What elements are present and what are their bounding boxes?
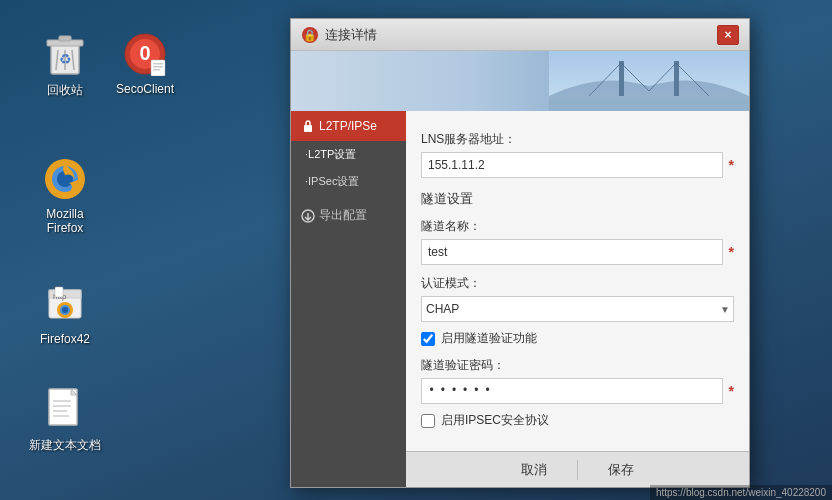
mozilla-firefox-label: Mozilla Firefox	[46, 207, 83, 235]
sidebar: L2TP/IPSe ·L2TP设置 ·IPSec设置 导出配置	[291, 111, 406, 487]
sidebar-item-l2tp[interactable]: ·L2TP设置	[291, 141, 406, 168]
svg-rect-39	[304, 125, 312, 132]
dialog-title-bar: 🔒 连接详情 ×	[291, 19, 749, 51]
dialog-body: L2TP/IPSe ·L2TP设置 ·IPSec设置 导出配置 LNS服务器地址…	[291, 111, 749, 487]
tunnel-password-label: 隧道验证密码：	[421, 357, 734, 374]
enable-ipsec-row: 启用IPSEC安全协议	[421, 412, 734, 429]
sidebar-export[interactable]: 导出配置	[291, 199, 406, 232]
tunnel-name-label: 隧道名称：	[421, 218, 734, 235]
svg-rect-38	[549, 99, 749, 111]
seco-client-icon: 0	[121, 30, 169, 78]
tunnel-password-input[interactable]	[421, 378, 723, 404]
recycle-bin-icon: ♻	[41, 30, 89, 78]
svg-rect-23	[55, 287, 63, 297]
dialog-header-banner	[291, 51, 749, 111]
close-button[interactable]: ×	[717, 25, 739, 45]
tunnel-name-input[interactable]	[421, 239, 723, 265]
export-icon	[301, 209, 315, 223]
svg-point-21	[62, 307, 68, 313]
svg-rect-12	[153, 66, 163, 68]
connection-details-dialog: 🔒 连接详情 ×	[290, 18, 750, 488]
recycle-bin-label: 回收站	[47, 82, 83, 99]
content-scroll-area[interactable]: LNS服务器地址： * 隧道设置 隧道名称： * 认证模式：	[406, 111, 749, 451]
mozilla-firefox-icon	[41, 155, 89, 203]
desktop-icon-mozilla-firefox[interactable]: Mozilla Firefox	[30, 155, 100, 235]
enable-ipsec-label[interactable]: 启用IPSEC安全协议	[441, 412, 549, 429]
firefox42-icon: http	[41, 280, 89, 328]
auth-mode-field-row: CHAP PAP MS-CHAPv2 ▼	[421, 296, 734, 322]
svg-rect-2	[59, 36, 71, 41]
enable-tunnel-auth-label[interactable]: 启用隧道验证功能	[441, 330, 537, 347]
svg-rect-33	[674, 61, 679, 96]
svg-text:🔒: 🔒	[303, 28, 317, 42]
desktop: ♻ 回收站 0 SecoClient	[0, 0, 832, 500]
svg-rect-32	[619, 61, 624, 96]
lns-required: *	[729, 157, 734, 173]
auth-mode-select-wrapper: CHAP PAP MS-CHAPv2 ▼	[421, 296, 734, 322]
tunnel-section-title: 隧道设置	[421, 190, 734, 208]
desktop-icon-seco-client[interactable]: 0 SecoClient	[110, 30, 180, 96]
svg-text:0: 0	[139, 42, 150, 64]
url-bar: https://blog.csdn.net/weixin_40228200	[650, 485, 832, 500]
new-text-doc-icon	[41, 385, 89, 433]
dialog-footer: 取消 保存	[406, 451, 749, 487]
tunnel-password-required: *	[729, 383, 734, 399]
lns-label: LNS服务器地址：	[421, 131, 734, 148]
enable-ipsec-checkbox[interactable]	[421, 414, 435, 428]
lns-input[interactable]	[421, 152, 723, 178]
desktop-icon-recycle-bin[interactable]: ♻ 回收站	[30, 30, 100, 99]
desktop-icon-firefox42[interactable]: http Firefox42	[30, 280, 100, 346]
sidebar-item-ipsec[interactable]: ·IPSec设置	[291, 168, 406, 195]
svg-rect-13	[153, 69, 160, 71]
save-button[interactable]: 保存	[578, 452, 664, 487]
tunnel-name-field-row: *	[421, 239, 734, 265]
svg-rect-10	[151, 60, 165, 76]
seco-client-label: SecoClient	[116, 82, 174, 96]
auth-mode-select[interactable]: CHAP PAP MS-CHAPv2	[421, 296, 734, 322]
tunnel-name-required: *	[729, 244, 734, 260]
auth-mode-label: 认证模式：	[421, 275, 734, 292]
desktop-icon-new-text-doc[interactable]: 新建文本文档	[25, 385, 105, 454]
sidebar-section-l2tp[interactable]: L2TP/IPSe	[291, 111, 406, 141]
firefox42-label: Firefox42	[40, 332, 90, 346]
new-text-doc-label: 新建文本文档	[29, 437, 101, 454]
svg-rect-11	[153, 63, 163, 65]
dialog-title-icon: 🔒	[301, 26, 319, 44]
tunnel-password-field-row: *	[421, 378, 734, 404]
main-content: LNS服务器地址： * 隧道设置 隧道名称： * 认证模式：	[406, 111, 749, 487]
svg-text:♻: ♻	[59, 51, 72, 67]
dialog-title-text: 连接详情	[325, 26, 717, 44]
cancel-button[interactable]: 取消	[491, 452, 577, 487]
lns-field-row: *	[421, 152, 734, 178]
enable-tunnel-auth-checkbox[interactable]	[421, 332, 435, 346]
enable-tunnel-auth-row: 启用隧道验证功能	[421, 330, 734, 347]
lock-icon	[301, 119, 315, 133]
